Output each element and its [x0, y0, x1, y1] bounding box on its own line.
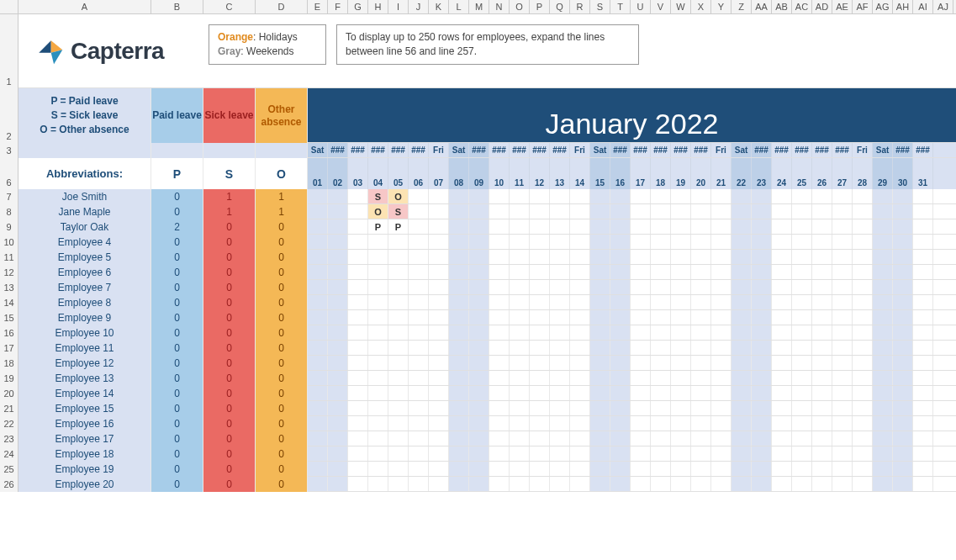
day-cell[interactable]: [671, 325, 691, 340]
day-cell[interactable]: [853, 386, 873, 400]
day-cell[interactable]: [651, 462, 671, 476]
day-cell[interactable]: [530, 204, 550, 219]
day-cell[interactable]: [873, 189, 893, 203]
day-cell[interactable]: [752, 462, 772, 476]
day-cell[interactable]: [469, 204, 489, 219]
day-cell[interactable]: [913, 265, 933, 279]
day-cell[interactable]: [631, 295, 651, 309]
day-cell[interactable]: [913, 280, 933, 294]
day-cell[interactable]: [671, 341, 691, 355]
day-cell[interactable]: [489, 310, 510, 325]
day-cell[interactable]: [429, 325, 449, 340]
day-cell[interactable]: [449, 401, 469, 415]
day-cell[interactable]: [651, 401, 671, 415]
day-cell[interactable]: [873, 341, 893, 355]
day-cell[interactable]: [691, 204, 711, 219]
day-cell[interactable]: [368, 477, 388, 491]
day-cell[interactable]: [449, 325, 469, 340]
day-cell[interactable]: [449, 265, 469, 279]
other-count[interactable]: 0: [256, 265, 308, 280]
col-header-S[interactable]: S: [590, 0, 610, 13]
day-cell[interactable]: [550, 219, 570, 234]
day-cell[interactable]: [590, 431, 610, 446]
col-header-B[interactable]: B: [151, 0, 203, 13]
day-cell[interactable]: [530, 235, 550, 249]
day-cell[interactable]: [651, 189, 671, 203]
col-header-T[interactable]: T: [610, 0, 631, 13]
day-cell[interactable]: [368, 431, 388, 446]
day-cell[interactable]: [328, 204, 348, 219]
day-cell[interactable]: [812, 446, 832, 461]
day-cell[interactable]: [913, 235, 933, 249]
day-cell[interactable]: [873, 446, 893, 461]
day-cell[interactable]: [732, 310, 752, 325]
other-count[interactable]: 0: [256, 416, 308, 431]
day-cell[interactable]: [469, 416, 489, 431]
day-cell[interactable]: [792, 386, 812, 400]
day-cell[interactable]: [510, 431, 530, 446]
day-cell[interactable]: [893, 416, 913, 431]
day-cell[interactable]: [308, 325, 328, 340]
col-header-J[interactable]: J: [409, 0, 429, 13]
day-cell[interactable]: [732, 219, 752, 234]
row-header-11[interactable]: 11: [0, 250, 18, 265]
day-cell[interactable]: [550, 325, 570, 340]
day-cell[interactable]: [308, 386, 328, 400]
day-cell[interactable]: [631, 250, 651, 264]
day-cell[interactable]: [530, 416, 550, 431]
day-cell[interactable]: [732, 250, 752, 264]
day-cell[interactable]: [853, 462, 873, 476]
day-cell[interactable]: [449, 462, 469, 476]
day-cell[interactable]: [691, 189, 711, 203]
day-cell[interactable]: [832, 477, 853, 491]
day-cell[interactable]: [388, 477, 409, 491]
day-cell[interactable]: [631, 219, 651, 234]
day-cell[interactable]: [772, 265, 792, 279]
day-cell[interactable]: [489, 431, 510, 446]
day-cell[interactable]: [772, 280, 792, 294]
day-cell[interactable]: O: [388, 189, 409, 203]
day-cell[interactable]: [610, 431, 631, 446]
paid-count[interactable]: 0: [151, 250, 203, 265]
day-cell[interactable]: [368, 401, 388, 415]
day-cell[interactable]: [812, 401, 832, 415]
day-cell[interactable]: [873, 477, 893, 491]
day-cell[interactable]: [913, 325, 933, 340]
day-cell[interactable]: [812, 295, 832, 309]
day-cell[interactable]: [409, 371, 429, 385]
day-cell[interactable]: [469, 446, 489, 461]
day-cell[interactable]: [651, 235, 671, 249]
day-cell[interactable]: [489, 250, 510, 264]
employee-name[interactable]: Employee 11: [18, 341, 151, 356]
day-cell[interactable]: [610, 310, 631, 325]
row-header-19[interactable]: 19: [0, 371, 18, 386]
day-cell[interactable]: [671, 386, 691, 400]
day-cell[interactable]: [671, 189, 691, 203]
sick-count[interactable]: 0: [203, 431, 256, 446]
day-cell[interactable]: [590, 462, 610, 476]
employee-name[interactable]: Employee 8: [18, 295, 151, 310]
day-cell[interactable]: [308, 431, 328, 446]
day-cell[interactable]: [409, 446, 429, 461]
day-cell[interactable]: [469, 325, 489, 340]
day-cell[interactable]: [610, 477, 631, 491]
day-cell[interactable]: [671, 235, 691, 249]
day-cell[interactable]: [752, 219, 772, 234]
day-cell[interactable]: [328, 371, 348, 385]
row-header-15[interactable]: 15: [0, 310, 18, 325]
day-cell[interactable]: [489, 477, 510, 491]
day-cell[interactable]: [711, 356, 732, 370]
day-cell[interactable]: [368, 416, 388, 431]
day-cell[interactable]: [631, 431, 651, 446]
day-cell[interactable]: [429, 265, 449, 279]
day-cell[interactable]: [368, 341, 388, 355]
employee-name[interactable]: Employee 20: [18, 477, 151, 492]
row-header-26[interactable]: 26: [0, 477, 18, 492]
day-cell[interactable]: [732, 416, 752, 431]
day-cell[interactable]: [550, 235, 570, 249]
col-header-U[interactable]: U: [631, 0, 651, 13]
day-cell[interactable]: [570, 265, 590, 279]
day-cell[interactable]: [308, 204, 328, 219]
day-cell[interactable]: [590, 341, 610, 355]
day-cell[interactable]: [388, 356, 409, 370]
